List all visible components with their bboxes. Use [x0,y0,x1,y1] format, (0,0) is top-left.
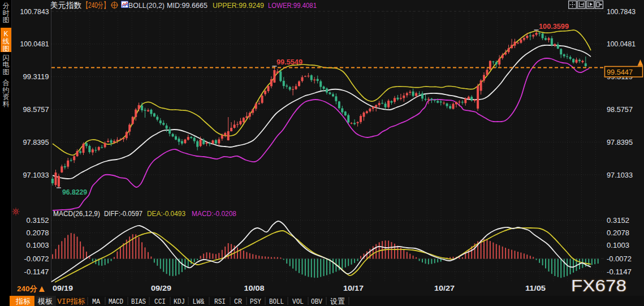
svg-text:100.0481: 100.0481 [607,40,636,48]
svg-text:RSI: RSI [214,298,226,306]
svg-text:0.3152: 0.3152 [607,216,629,225]
svg-text:98.5757: 98.5757 [607,105,633,114]
svg-text:100.3599: 100.3599 [539,22,569,31]
svg-text:97.1033: 97.1033 [607,171,633,179]
svg-text:-0.0072: -0.0072 [607,255,632,263]
svg-text:CR: CR [234,298,242,306]
svg-text:0.2078: 0.2078 [27,229,49,237]
svg-text:0.1003: 0.1003 [27,241,49,249]
svg-text:98.5757: 98.5757 [23,105,49,114]
svg-text:MACD:-0.0208: MACD:-0.0208 [192,209,236,218]
svg-text:KDJ: KDJ [174,298,185,306]
svg-text:100.7843: 100.7843 [607,7,636,16]
svg-text:K: K [3,30,8,38]
svg-text:240分: 240分 [17,285,38,293]
svg-text:-0.0072: -0.0072 [24,255,49,263]
svg-text:10/27: 10/27 [434,284,455,292]
svg-text:99.5549: 99.5549 [276,58,302,66]
svg-text:10/08: 10/08 [244,284,265,292]
svg-text:图: 图 [3,16,10,24]
svg-text:DEA:-0.0493: DEA:-0.0493 [147,209,185,218]
svg-text:BOLL(20,2): BOLL(20,2) [128,1,165,10]
svg-text:99.5447: 99.5447 [607,68,633,76]
svg-text:-0.1147: -0.1147 [24,268,49,276]
svg-text:模板: 模板 [37,297,53,305]
svg-text:BIAS: BIAS [131,298,146,306]
svg-text:MA: MA [92,298,100,306]
svg-text:MACD(26,12,9): MACD(26,12,9) [53,209,100,218]
svg-text:美元指数: 美元指数 [50,1,81,10]
svg-text:图: 图 [3,45,10,53]
svg-text:0.1003: 0.1003 [607,241,629,249]
svg-text:LOWER:99.4081: LOWER:99.4081 [268,1,317,10]
svg-text:100.7843: 100.7843 [20,7,49,16]
svg-text:FX678: FX678 [571,277,626,295]
svg-text:BOLL: BOLL [269,298,284,306]
svg-text:96.8229: 96.8229 [62,188,87,196]
svg-text:VOL: VOL [292,298,304,306]
svg-text:100.0481: 100.0481 [20,40,49,48]
svg-text:料: 料 [3,100,10,108]
svg-text:PSY: PSY [250,298,261,306]
svg-text:UPPER:99.9249: UPPER:99.9249 [213,1,264,10]
svg-text:10/17: 10/17 [343,284,364,292]
svg-text:11/05: 11/05 [525,284,546,292]
svg-text:MACD: MACD [109,298,123,306]
svg-text:99.3119: 99.3119 [23,72,49,81]
svg-text:0.3152: 0.3152 [27,216,49,225]
svg-text:09/19: 09/19 [53,284,73,292]
svg-text:VIP指标: VIP指标 [57,298,85,306]
svg-text:97.8395: 97.8395 [23,138,49,146]
svg-text:97.1033: 97.1033 [23,171,49,179]
svg-text:0.2078: 0.2078 [607,229,629,237]
svg-text:设置: 设置 [330,297,345,305]
svg-text:LW&: LW& [193,298,205,306]
svg-text:图: 图 [3,68,10,76]
svg-text:09/29: 09/29 [151,284,171,292]
svg-text:指标: 指标 [15,297,31,305]
svg-text:DIFF:-0.0597: DIFF:-0.0597 [104,209,142,218]
svg-text:-0.1147: -0.1147 [607,268,632,276]
svg-text:97.8395: 97.8395 [607,138,633,146]
svg-text:MID:99.6665: MID:99.6665 [167,1,208,10]
svg-text:CCI: CCI [154,298,166,306]
svg-text:OBV: OBV [311,298,322,306]
svg-text:【240分】: 【240分】 [83,1,109,10]
